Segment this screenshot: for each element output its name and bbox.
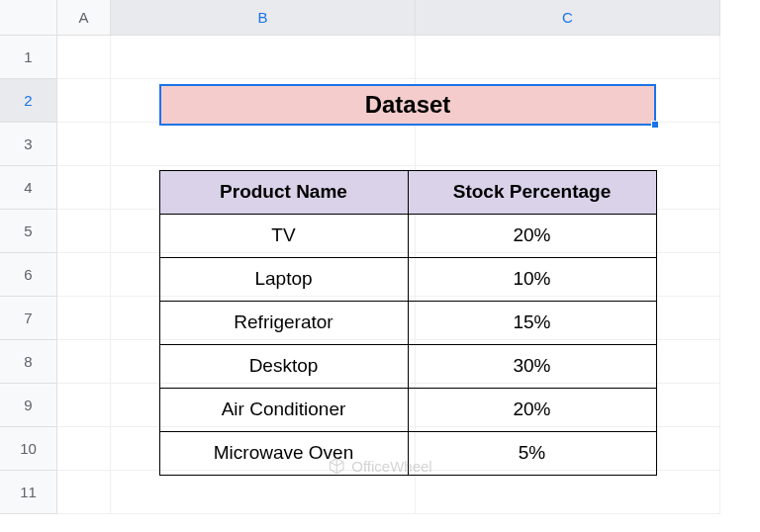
cell-a6[interactable] bbox=[57, 253, 111, 297]
row-header-3[interactable]: 3 bbox=[0, 123, 57, 166]
cell-a1[interactable] bbox=[57, 36, 111, 79]
cell-a7[interactable] bbox=[57, 297, 111, 340]
cell-product[interactable]: Air Conditioner bbox=[159, 388, 409, 432]
row-header-9[interactable]: 9 bbox=[0, 384, 57, 427]
row-header-6[interactable]: 6 bbox=[0, 253, 57, 297]
cell-c11[interactable] bbox=[416, 471, 720, 514]
cell-a4[interactable] bbox=[57, 166, 111, 210]
watermark: OfficeWheel bbox=[328, 457, 431, 475]
row-header-2[interactable]: 2 bbox=[0, 79, 57, 123]
cell-product[interactable]: Desktop bbox=[159, 344, 409, 389]
row-header-7[interactable]: 7 bbox=[0, 297, 57, 340]
column-header-a[interactable]: A bbox=[57, 0, 111, 36]
row-header-4[interactable]: 4 bbox=[0, 166, 57, 210]
select-all-corner[interactable] bbox=[0, 0, 57, 36]
cell-stock[interactable]: 20% bbox=[408, 388, 657, 432]
cell-a8[interactable] bbox=[57, 340, 111, 384]
cell-a9[interactable] bbox=[57, 384, 111, 427]
row-header-11[interactable]: 11 bbox=[0, 471, 57, 514]
row-header-1[interactable]: 1 bbox=[0, 36, 57, 79]
cell-stock[interactable]: 15% bbox=[408, 301, 657, 345]
cell-product[interactable]: Refrigerator bbox=[159, 301, 409, 345]
cell-b1[interactable] bbox=[111, 36, 416, 79]
table-row: Air Conditioner 20% bbox=[159, 388, 656, 431]
cell-product[interactable]: TV bbox=[159, 214, 409, 258]
cell-stock[interactable]: 5% bbox=[408, 431, 657, 476]
cell-c1[interactable] bbox=[416, 36, 720, 79]
row-header-8[interactable]: 8 bbox=[0, 340, 57, 384]
cell-stock[interactable]: 30% bbox=[408, 344, 657, 389]
cell-a11[interactable] bbox=[57, 471, 111, 514]
dataset-title-selection[interactable]: Dataset bbox=[159, 84, 656, 126]
cell-a2[interactable] bbox=[57, 79, 111, 123]
table-row: Refrigerator 15% bbox=[159, 301, 656, 344]
cell-b11[interactable] bbox=[111, 471, 416, 514]
table-header-row: Product Name Stock Percentage bbox=[159, 170, 656, 214]
row-header-5[interactable]: 5 bbox=[0, 210, 57, 253]
table-row: Desktop 30% bbox=[159, 344, 656, 388]
cell-c3[interactable] bbox=[416, 123, 720, 166]
watermark-text: OfficeWheel bbox=[351, 458, 431, 475]
row-header-10[interactable]: 10 bbox=[0, 427, 57, 471]
header-product-name[interactable]: Product Name bbox=[159, 170, 409, 215]
cell-a5[interactable] bbox=[57, 210, 111, 253]
cell-stock[interactable]: 20% bbox=[408, 214, 657, 258]
cell-a10[interactable] bbox=[57, 427, 111, 471]
selection-fill-handle[interactable] bbox=[651, 121, 659, 129]
table-row: TV 20% bbox=[159, 214, 656, 257]
cell-product[interactable]: Laptop bbox=[159, 257, 409, 302]
header-stock-percentage[interactable]: Stock Percentage bbox=[408, 170, 657, 215]
cell-b3[interactable] bbox=[111, 123, 416, 166]
cell-a3[interactable] bbox=[57, 123, 111, 166]
cell-stock[interactable]: 10% bbox=[408, 257, 657, 302]
watermark-icon bbox=[328, 457, 345, 475]
column-header-c[interactable]: C bbox=[416, 0, 720, 36]
data-table: Product Name Stock Percentage TV 20% Lap… bbox=[159, 170, 656, 475]
table-row: Laptop 10% bbox=[159, 257, 656, 301]
column-header-b[interactable]: B bbox=[111, 0, 416, 36]
dataset-title-text: Dataset bbox=[365, 91, 451, 119]
